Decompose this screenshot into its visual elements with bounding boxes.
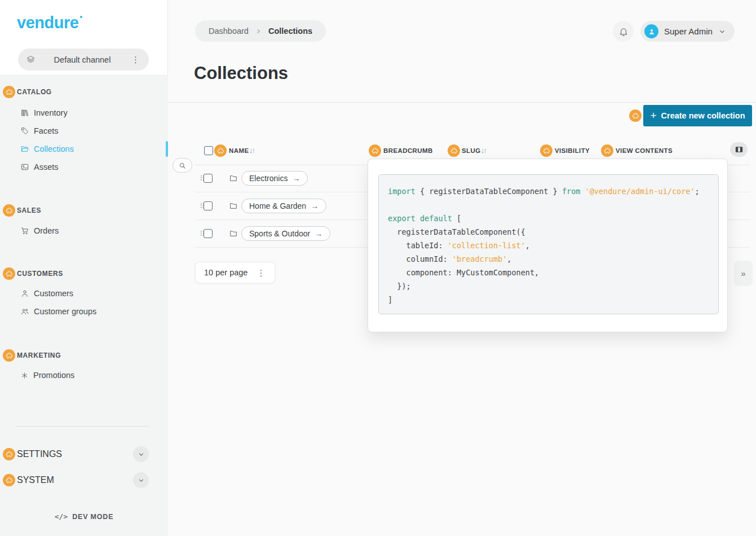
header-divider — [168, 102, 756, 103]
breadcrumb: Dashboard Collections — [195, 20, 326, 42]
code-snippet: import { registerDataTableComponent } fr… — [378, 174, 719, 314]
column-header-name[interactable]: NAME — [229, 147, 249, 154]
chevron-down-icon — [138, 451, 145, 458]
devmode-extension-badge[interactable] — [3, 448, 15, 460]
devmode-extension-badge[interactable] — [3, 474, 15, 486]
row-checkbox[interactable] — [204, 174, 213, 183]
sidebar-item-label: Customer groups — [34, 307, 96, 316]
breadcrumb-dashboard[interactable]: Dashboard — [209, 27, 249, 36]
per-page-label: 10 per page — [204, 268, 247, 277]
page-title: Collections — [194, 63, 288, 84]
sidebar-item-customer-groups[interactable]: Customer groups — [0, 302, 168, 320]
puzzle-icon — [604, 147, 611, 155]
inventory-icon — [20, 108, 29, 117]
double-chevron-right-icon: » — [741, 269, 745, 278]
code-line: export default [ — [388, 212, 718, 225]
chevron-down-icon — [138, 477, 145, 484]
devmode-extension-badge[interactable] — [448, 144, 460, 157]
column-header-view-contents[interactable]: VIEW CONTENTS — [616, 147, 673, 154]
column-header-visibility[interactable]: VISIBILITY — [555, 147, 590, 154]
section-label: CUSTOMERS — [17, 270, 63, 278]
code-line: columnId: 'breadcrumb', — [388, 252, 718, 266]
devmode-extension-badge[interactable] — [601, 144, 613, 157]
devmode-extension-badge[interactable] — [369, 144, 381, 157]
channel-menu-kebab-icon[interactable]: ⋮ — [129, 54, 142, 65]
search-toggle-button[interactable] — [173, 158, 192, 173]
row-checkbox[interactable] — [204, 229, 213, 238]
users-icon — [20, 307, 29, 316]
sort-icon[interactable]: ↓↑ — [481, 146, 486, 155]
folder-icon — [229, 229, 238, 238]
vendure-logo[interactable]: vendure — [17, 14, 78, 32]
section-header-sales: SALES — [3, 204, 41, 217]
code-line: ] — [388, 293, 718, 306]
puzzle-icon — [543, 147, 550, 155]
chevron-down-icon — [718, 28, 726, 36]
sidebar-item-label: Inventory — [34, 108, 68, 117]
sidebar-item-orders[interactable]: Orders — [0, 222, 168, 240]
sidebar-item-customers[interactable]: Customers — [0, 284, 168, 302]
sidebar-item-assets[interactable]: Assets — [0, 158, 168, 176]
user-menu[interactable]: Super Admin — [640, 21, 735, 42]
puzzle-icon — [450, 147, 458, 155]
sidebar-item-promotions[interactable]: Promotions — [0, 366, 168, 384]
devmode-extension-badge[interactable] — [629, 109, 642, 122]
collection-link-sports-outdoor[interactable]: Sports & Outdoor → — [241, 226, 330, 241]
image-icon — [20, 162, 29, 172]
devmode-extension-badge[interactable] — [3, 86, 15, 98]
folder-icon — [229, 174, 238, 183]
collection-link-home-garden[interactable]: Home & Garden → — [241, 199, 326, 213]
devmode-extension-badge[interactable] — [3, 267, 15, 280]
sidebar-item-facets[interactable]: Facets — [0, 122, 168, 140]
code-line: tableId: 'collection-list', — [388, 239, 718, 252]
pagination-next-button[interactable]: » — [734, 261, 753, 286]
channel-selector[interactable]: Default channel ⋮ — [18, 49, 149, 71]
create-new-collection-button[interactable]: + Create new collection — [643, 105, 752, 126]
puzzle-icon — [6, 477, 13, 484]
section-header-customers: CUSTOMERS — [3, 267, 63, 280]
puzzle-icon — [6, 270, 13, 278]
per-page-kebab-icon: ⋮ — [254, 267, 267, 278]
sidebar-item-label: Orders — [34, 226, 59, 235]
section-header-marketing: MARKETING — [3, 349, 61, 362]
sidebar-item-label: Facets — [34, 126, 59, 135]
items-per-page-select[interactable]: 10 per page ⋮ — [195, 262, 275, 283]
code-line — [388, 198, 718, 212]
devmode-extension-badge[interactable] — [214, 144, 227, 157]
notifications-button[interactable] — [613, 21, 634, 42]
devmode-extension-badge[interactable] — [3, 204, 15, 217]
code-line: component: MyCustomComponent, — [388, 266, 718, 279]
column-settings-button[interactable] — [730, 142, 748, 157]
vendure-logo-text: vendure — [17, 14, 78, 32]
sidebar-item-inventory[interactable]: Inventory — [0, 104, 168, 122]
row-checkbox[interactable] — [204, 201, 213, 210]
collection-link-electronics[interactable]: Electronics → — [241, 171, 308, 186]
settings-expand-button[interactable] — [133, 446, 149, 462]
sidebar-item-label: Collections — [34, 144, 74, 153]
collection-name: Electronics — [249, 174, 288, 183]
sidebar: vendure Default channel ⋮ CATALOG Inv — [0, 0, 168, 536]
sort-icon[interactable]: ↓↑ — [249, 146, 254, 155]
search-icon — [178, 161, 187, 170]
layers-icon — [26, 55, 36, 64]
puzzle-icon — [632, 112, 639, 120]
puzzle-icon — [372, 147, 379, 155]
sidebar-item-collections[interactable]: Collections — [0, 140, 168, 158]
column-header-slug[interactable]: SLUG — [462, 147, 481, 154]
devmode-extension-badge[interactable] — [540, 144, 552, 157]
logo-trademark-dot — [80, 16, 82, 18]
puzzle-icon — [6, 89, 13, 96]
column-header-breadcrumb[interactable]: BREADCRUMB — [383, 147, 433, 154]
dev-mode-toggle[interactable]: </> DEV MODE — [0, 512, 168, 521]
chevron-right-icon — [255, 28, 262, 35]
breadcrumb-collections[interactable]: Collections — [268, 27, 312, 36]
arrow-right-icon: → — [315, 229, 322, 238]
puzzle-icon — [217, 147, 224, 155]
puzzle-icon — [6, 207, 13, 214]
asterisk-icon — [20, 371, 29, 380]
select-all-checkbox[interactable] — [204, 146, 213, 155]
system-expand-button[interactable] — [133, 472, 149, 488]
puzzle-icon — [6, 451, 13, 458]
section-label: SETTINGS — [17, 449, 62, 459]
devmode-extension-badge[interactable] — [3, 349, 15, 362]
